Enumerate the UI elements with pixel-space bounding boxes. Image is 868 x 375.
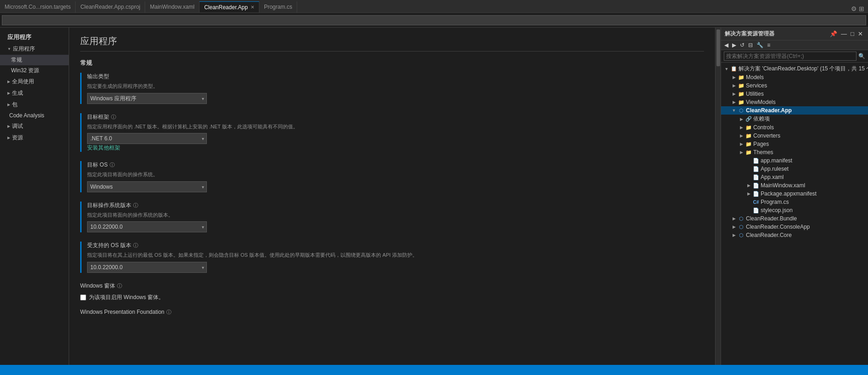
tree-item-bundle[interactable]: ▶ ⬡ CleanReader.Bundle bbox=[721, 214, 868, 223]
tree-item-app-ruleset[interactable]: 📄 App.ruleset bbox=[721, 165, 868, 173]
expand-icon[interactable]: ⊞ bbox=[859, 5, 864, 12]
content-panel: 应用程序 常规 输出类型 指定要生成的应用程序的类型。 Windows 应用程序… bbox=[69, 28, 715, 365]
windows-forms-checkbox[interactable] bbox=[80, 294, 86, 300]
install-frameworks-link[interactable]: 安装其他框架 bbox=[87, 144, 120, 151]
minimize-icon[interactable]: — bbox=[839, 30, 848, 38]
solution-label: 解决方案 'CleanReader.Desktop' (15 个项目，共 15 … bbox=[739, 65, 868, 73]
tree-item-package-manifest[interactable]: ▶ 📄 Package.appxmanifest bbox=[721, 190, 868, 198]
solution-toolbar: ◀ ▶ ↺ ⊟ 🔧 ≡ bbox=[721, 40, 868, 50]
supported-os-select-wrapper: 10.0.22000.0 10.0.19041.0 bbox=[87, 262, 207, 273]
target-framework-info-icon[interactable]: ⓘ bbox=[111, 114, 116, 121]
target-os-info-icon[interactable]: ⓘ bbox=[110, 162, 115, 168]
toolbar-collapse-icon[interactable]: ⊟ bbox=[747, 41, 754, 49]
utilities-arrow: ▶ bbox=[730, 92, 738, 96]
tree-item-models[interactable]: ▶ 📁 Models bbox=[721, 73, 868, 81]
pin-icon[interactable]: 📌 bbox=[828, 30, 839, 38]
wpf-info-icon[interactable]: ⓘ bbox=[166, 309, 171, 316]
tree-item-controls[interactable]: ▶ 📁 Controls bbox=[721, 123, 868, 132]
tab-cleanreader-app[interactable]: CleanReader.App ✕ bbox=[199, 1, 259, 12]
target-os-version-select[interactable]: 10.0.22000.0 10.0.19041.0 bbox=[87, 221, 207, 232]
nav-group-global[interactable]: ▶ 全局使用 bbox=[0, 76, 69, 87]
nav-group-code-analysis[interactable]: Code Analysis bbox=[0, 110, 69, 121]
nav-group-build[interactable]: ▶ 生成 bbox=[0, 87, 69, 99]
tab-csproj[interactable]: CleanReader.App.csproj bbox=[76, 1, 145, 12]
cleanreader-app-label: CleanReader.App bbox=[746, 107, 792, 114]
project-icon: ⬡ bbox=[738, 215, 745, 222]
tree-item-solution[interactable]: ▼ 📋 解决方案 'CleanReader.Desktop' (15 个项目，共… bbox=[721, 64, 868, 73]
scroll-indicator[interactable] bbox=[715, 28, 721, 365]
section-title: 常规 bbox=[80, 59, 704, 67]
folder-icon: 📁 bbox=[738, 74, 745, 81]
tree-item-themes[interactable]: ▶ 📁 Themes bbox=[721, 148, 868, 156]
target-os-select[interactable]: Windows Linux macOS bbox=[87, 181, 207, 192]
folder-icon: 📁 bbox=[745, 124, 752, 131]
tree-item-app-xaml[interactable]: 📄 App.xaml bbox=[721, 173, 868, 181]
close-icon[interactable]: ✕ bbox=[251, 5, 254, 10]
consoleapp-label: CleanReader.ConsoleApp bbox=[746, 224, 810, 230]
tab-microsoft-targets[interactable]: Microsoft.Co...rsion.targets bbox=[0, 1, 76, 12]
tree-item-stylecop[interactable]: 📄 stylecop.json bbox=[721, 206, 868, 214]
toolbar-refresh-icon[interactable]: ↺ bbox=[739, 41, 746, 49]
close-panel-icon[interactable]: ✕ bbox=[856, 30, 864, 38]
supported-os-select[interactable]: 10.0.22000.0 10.0.19041.0 bbox=[87, 262, 207, 273]
output-type-select[interactable]: Windows 应用程序 控制台应用程序 类库 bbox=[87, 93, 207, 104]
tree-item-consoleapp[interactable]: ▶ ⬡ CleanReader.ConsoleApp bbox=[721, 223, 868, 231]
consoleapp-arrow: ▶ bbox=[730, 225, 738, 229]
tree-item-converters[interactable]: ▶ 📁 Converters bbox=[721, 132, 868, 140]
target-framework-desc: 指定应用程序面向的 .NET 版本。根据计算机上安装的 .NET 版本，此选项可… bbox=[87, 123, 704, 131]
folder-icon: 📁 bbox=[745, 140, 752, 148]
toolbar-forward-icon[interactable]: ▶ bbox=[731, 41, 738, 49]
nav-arrow-resources: ▶ bbox=[7, 136, 10, 140]
tree-item-app-manifest[interactable]: 📄 app.manifest bbox=[721, 156, 868, 165]
solution-icon: 📋 bbox=[730, 65, 738, 73]
target-framework-select[interactable]: .NET 6.0 .NET 5.0 .NET 7.0 bbox=[87, 133, 207, 144]
wpf-label: Windows Presentation Foundation ⓘ bbox=[80, 309, 704, 316]
field-supported-os: 受支持的 OS 版本 ⓘ 指定项目将在其上运行的最低 OS 版本。如果未指定，则… bbox=[80, 242, 704, 273]
project-icon: ⬡ bbox=[738, 107, 745, 114]
supported-os-info-icon[interactable]: ⓘ bbox=[133, 242, 138, 249]
maximize-icon[interactable]: □ bbox=[849, 30, 856, 38]
tree-item-pages[interactable]: ▶ 📁 Pages bbox=[721, 140, 868, 148]
target-os-version-info-icon[interactable]: ⓘ bbox=[133, 202, 138, 209]
viewmodels-label: ViewModels bbox=[746, 99, 775, 105]
tree-item-core[interactable]: ▶ ⬡ CleanReader.Core bbox=[721, 231, 868, 239]
deps-label: 依赖项 bbox=[753, 115, 770, 123]
nav-item-changgui[interactable]: 常规 bbox=[0, 55, 69, 65]
nav-group-debug[interactable]: ▶ 调试 bbox=[0, 121, 69, 132]
windows-forms-info-icon[interactable]: ⓘ bbox=[117, 283, 122, 289]
utilities-label: Utilities bbox=[746, 91, 764, 97]
models-arrow: ▶ bbox=[730, 75, 738, 80]
windows-forms-label: Windows 窗体 ⓘ bbox=[80, 282, 704, 290]
package-manifest-arrow: ▶ bbox=[745, 191, 752, 196]
refs-icon: 🔗 bbox=[745, 115, 752, 123]
tree-item-services[interactable]: ▶ 📁 Services bbox=[721, 81, 868, 90]
tab-program-cs[interactable]: Program.cs bbox=[259, 1, 297, 12]
field-target-framework: 目标框架 ⓘ 指定应用程序面向的 .NET 版本。根据计算机上安装的 .NET … bbox=[80, 113, 704, 152]
tab-mainwindow-xaml[interactable]: MainWindow.xaml bbox=[145, 1, 199, 12]
nav-group-app[interactable]: ▼ 应用程序 bbox=[0, 43, 69, 55]
tree-item-cleanreader-app[interactable]: ▼ ⬡ CleanReader.App bbox=[721, 106, 868, 115]
tree-item-mainwindow-xaml[interactable]: ▶ 📄 MainWindow.xaml bbox=[721, 181, 868, 190]
nav-group-package[interactable]: ▶ 包 bbox=[0, 99, 69, 110]
project-icon: ⬡ bbox=[738, 231, 745, 239]
toolbar-props-icon[interactable]: 🔧 bbox=[755, 41, 765, 49]
tree-item-program-cs[interactable]: C# Program.cs bbox=[721, 198, 868, 206]
tree-item-utilities[interactable]: ▶ 📁 Utilities bbox=[721, 90, 868, 98]
nav-group-resources[interactable]: ▶ 资源 bbox=[0, 132, 69, 144]
folder-icon: 📁 bbox=[738, 90, 745, 98]
nav-item-win32[interactable]: Win32 资源 bbox=[0, 65, 69, 76]
solution-search-input[interactable] bbox=[724, 52, 856, 61]
tree-item-viewmodels[interactable]: ▶ 📁 ViewModels bbox=[721, 98, 868, 106]
search-input[interactable] bbox=[2, 15, 866, 25]
converters-label: Converters bbox=[753, 133, 780, 139]
tree-item-deps[interactable]: ▶ 🔗 依赖项 bbox=[721, 115, 868, 123]
models-label: Models bbox=[746, 74, 764, 81]
mainwindow-label: MainWindow.xaml bbox=[761, 182, 805, 189]
viewmodels-arrow: ▶ bbox=[730, 100, 738, 104]
bundle-label: CleanReader.Bundle bbox=[746, 215, 797, 222]
settings-icon[interactable]: ⚙ bbox=[851, 5, 857, 12]
toolbar-more-icon[interactable]: ≡ bbox=[766, 41, 772, 49]
toolbar-back-icon[interactable]: ◀ bbox=[723, 41, 730, 49]
package-manifest-label: Package.appxmanifest bbox=[761, 190, 816, 197]
target-os-version-select-wrapper: 10.0.22000.0 10.0.19041.0 bbox=[87, 221, 207, 232]
